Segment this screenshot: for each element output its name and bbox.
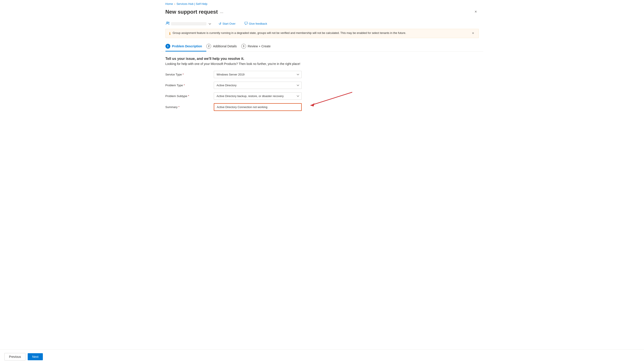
footer: Previous Next xyxy=(0,349,644,364)
problem-subtype-select[interactable]: Active Directory backup, restore, or dis… xyxy=(214,92,302,100)
service-type-control: Windows Server 2019 Windows Server 2016 … xyxy=(214,71,302,78)
svg-line-2 xyxy=(310,92,352,105)
give-feedback-label: Give feedback xyxy=(249,22,267,25)
problem-type-required: * xyxy=(184,84,185,87)
previous-button[interactable]: Previous xyxy=(4,353,26,360)
step-additional-details[interactable]: 2 Additional Details xyxy=(206,42,241,52)
summary-input[interactable] xyxy=(214,103,302,111)
group-selector-area xyxy=(166,21,212,26)
warning-banner: ℹ Group assignment feature is currently … xyxy=(166,29,479,38)
summary-label: Summary * xyxy=(166,105,214,109)
problem-type-label: Problem Type * xyxy=(166,84,214,87)
breadcrumb: Home › Services Hub | Self Help xyxy=(161,0,483,8)
start-over-button[interactable]: ↺ Start Over xyxy=(216,21,238,27)
summary-control xyxy=(214,103,302,111)
svg-point-0 xyxy=(166,22,168,23)
restart-icon: ↺ xyxy=(218,22,222,26)
service-type-select[interactable]: Windows Server 2019 Windows Server 2016 … xyxy=(214,71,302,78)
problem-type-row: Problem Type * Active Directory DNS DHCP xyxy=(166,82,479,89)
step-review-create[interactable]: 3 Review + Create xyxy=(241,42,275,52)
step-2-label: Additional Details xyxy=(213,45,237,48)
problem-subtype-control: Active Directory backup, restore, or dis… xyxy=(214,92,302,100)
service-type-row: Service Type * Windows Server 2019 Windo… xyxy=(166,71,479,78)
problem-subtype-required: * xyxy=(188,94,189,98)
title-ellipsis-menu[interactable]: ... xyxy=(220,10,223,14)
red-arrow-annotation xyxy=(302,91,354,109)
section-title: Tell us your issue, and we'll help you r… xyxy=(166,57,479,61)
step-problem-description[interactable]: 1 Problem Description xyxy=(166,42,206,52)
svg-marker-3 xyxy=(310,103,314,106)
breadcrumb-home[interactable]: Home xyxy=(166,2,173,6)
problem-subtype-label: Problem Subtype * xyxy=(166,94,214,98)
service-type-required: * xyxy=(182,73,184,76)
group-selector-chevron[interactable] xyxy=(208,21,212,26)
page-title: New support request xyxy=(166,9,218,15)
warning-text: Group assignment feature is currently ru… xyxy=(173,31,469,35)
close-button[interactable]: × xyxy=(473,9,479,15)
start-over-label: Start Over xyxy=(222,22,236,25)
breadcrumb-sep-1: › xyxy=(174,3,175,6)
next-button[interactable]: Next xyxy=(28,353,43,360)
summary-required: * xyxy=(178,105,180,109)
steps-navigation: 1 Problem Description 2 Additional Detai… xyxy=(161,38,483,52)
toolbar: ↺ Start Over Give feedback xyxy=(161,19,483,29)
problem-type-control: Active Directory DNS DHCP xyxy=(214,82,302,89)
feedback-icon xyxy=(244,22,248,26)
warning-icon: ℹ xyxy=(169,32,170,36)
step-3-label: Review + Create xyxy=(248,45,271,48)
service-type-label: Service Type * xyxy=(166,73,214,76)
section-subtitle: Looking for help with one of your Micros… xyxy=(166,62,479,66)
page-title-row: New support request ... × xyxy=(161,8,483,19)
group-selector-box[interactable] xyxy=(171,22,206,25)
summary-row: Summary * xyxy=(166,103,479,111)
main-content: Tell us your issue, and we'll help you r… xyxy=(161,52,483,120)
step-1-label: Problem Description xyxy=(172,45,202,48)
step-3-number: 3 xyxy=(241,44,246,49)
step-2-number: 2 xyxy=(206,44,211,49)
svg-point-1 xyxy=(168,22,169,23)
people-icon xyxy=(166,21,170,26)
step-1-number: 1 xyxy=(166,44,170,49)
warning-close-button[interactable]: × xyxy=(471,31,475,35)
give-feedback-button[interactable]: Give feedback xyxy=(242,20,270,27)
breadcrumb-services-hub[interactable]: Services Hub | Self Help xyxy=(176,2,208,6)
problem-type-select[interactable]: Active Directory DNS DHCP xyxy=(214,82,302,89)
